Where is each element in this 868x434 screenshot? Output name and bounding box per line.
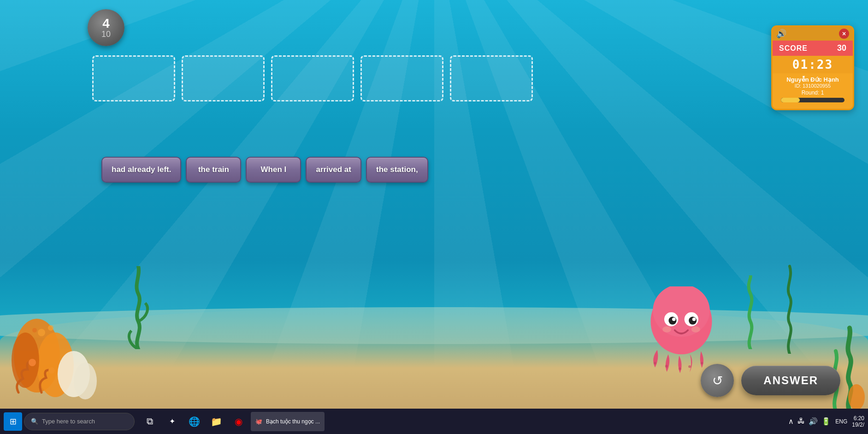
- battery-icon[interactable]: 🔋: [821, 417, 831, 426]
- player-info: Nguyễn Đức Hạnh ID: 1310020955 Round: 1: [773, 73, 853, 109]
- player-id: ID: 1310020955: [777, 83, 848, 89]
- svg-point-24: [688, 365, 691, 368]
- active-app-label: Bạch tuộc thu ngọc ...: [266, 418, 320, 425]
- svg-point-12: [653, 286, 710, 337]
- svg-point-21: [654, 362, 656, 364]
- chrome-icon[interactable]: ◉: [229, 412, 248, 431]
- svg-point-9: [48, 367, 55, 374]
- drop-zone-3[interactable]: [271, 55, 354, 101]
- svg-point-5: [38, 329, 45, 336]
- svg-point-10: [848, 384, 865, 410]
- language-indicator: ENG: [835, 418, 847, 425]
- task-view-icon[interactable]: ⧉: [140, 412, 159, 431]
- copilot-icon[interactable]: ✦: [162, 412, 182, 431]
- round-info: Round: 1: [777, 89, 848, 96]
- score-value: 30: [837, 43, 846, 53]
- drop-zone-5[interactable]: [450, 55, 533, 101]
- word-tile-4[interactable]: arrived at: [306, 157, 361, 183]
- svg-point-4: [74, 363, 97, 399]
- svg-point-15: [668, 317, 676, 325]
- score-panel-header: 🔊 ×: [773, 27, 853, 41]
- edge-icon[interactable]: 🌐: [184, 412, 204, 431]
- drop-zone-4[interactable]: [360, 55, 443, 101]
- svg-point-23: [679, 368, 681, 370]
- counter-badge: 4 10: [88, 9, 124, 46]
- answer-button[interactable]: ANSWER: [741, 366, 840, 395]
- bottom-buttons: ↺ ANSWER: [701, 364, 840, 397]
- svg-point-20: [691, 326, 700, 332]
- octopus-decoration: [642, 286, 720, 374]
- progress-bar-fill: [781, 98, 800, 102]
- counter-current: 4: [102, 17, 110, 30]
- svg-point-22: [665, 365, 668, 368]
- word-tiles-container: had already left. the train When I arriv…: [101, 157, 428, 183]
- drop-zone-2[interactable]: [182, 55, 265, 101]
- sound-icon[interactable]: 🔊: [776, 29, 786, 39]
- player-name: Nguyễn Đức Hạnh: [777, 76, 848, 83]
- active-app[interactable]: 🐙 Bạch tuộc thu ngọc ...: [251, 412, 325, 431]
- score-row: SCORE 30: [773, 41, 853, 56]
- word-tile-5[interactable]: the station,: [366, 157, 428, 183]
- svg-point-8: [29, 359, 36, 366]
- timer-display: 01:23: [773, 56, 853, 73]
- word-tile-3[interactable]: When I: [246, 157, 301, 183]
- reset-button[interactable]: ↺: [701, 364, 734, 397]
- search-icon: 🔍: [31, 418, 38, 425]
- taskbar-icons: ⧉ ✦ 🌐 📁 ◉ 🐙 Bạch tuộc thu ngọc ...: [140, 412, 325, 431]
- system-icons: ∧ 🖧 🔊 🔋: [788, 417, 831, 426]
- svg-point-16: [689, 317, 697, 325]
- svg-point-6: [48, 325, 53, 331]
- active-app-icon: 🐙: [255, 418, 262, 425]
- taskbar-right: ∧ 🖧 🔊 🔋 ENG 6:20 19/2/: [788, 415, 864, 428]
- close-button[interactable]: ×: [839, 29, 849, 39]
- clock: 6:20 19/2/: [852, 415, 864, 428]
- drop-zones-container: [92, 55, 533, 101]
- network-icon[interactable]: 🖧: [797, 417, 805, 426]
- seaweed-right: [739, 275, 762, 351]
- explorer-icon[interactable]: 📁: [207, 412, 226, 431]
- progress-bar-container: [781, 98, 844, 102]
- drop-zone-1[interactable]: [92, 55, 175, 101]
- svg-point-7: [32, 328, 37, 333]
- chevron-up-icon[interactable]: ∧: [788, 417, 794, 426]
- time-display: 6:20: [852, 415, 864, 422]
- coral-decoration-left: [0, 263, 129, 411]
- date-display: 19/2/: [852, 422, 864, 428]
- svg-point-19: [662, 326, 671, 332]
- score-panel: 🔊 × SCORE 30 01:23 Nguyễn Đức Hạnh ID: 1…: [771, 25, 854, 110]
- taskbar-search[interactable]: 🔍 Type here to search: [24, 413, 135, 430]
- svg-point-18: [692, 317, 696, 321]
- svg-point-17: [672, 317, 676, 321]
- start-button[interactable]: ⊞: [4, 412, 22, 431]
- word-tile-1[interactable]: had already left.: [101, 157, 181, 183]
- word-tile-2[interactable]: the train: [186, 157, 241, 183]
- score-label: SCORE: [779, 44, 808, 53]
- volume-icon[interactable]: 🔊: [809, 417, 818, 426]
- counter-total: 10: [101, 30, 111, 38]
- search-label: Type here to search: [42, 418, 95, 425]
- taskbar: ⊞ 🔍 Type here to search ⧉ ✦ 🌐 📁 ◉ 🐙 Bạch…: [0, 409, 868, 434]
